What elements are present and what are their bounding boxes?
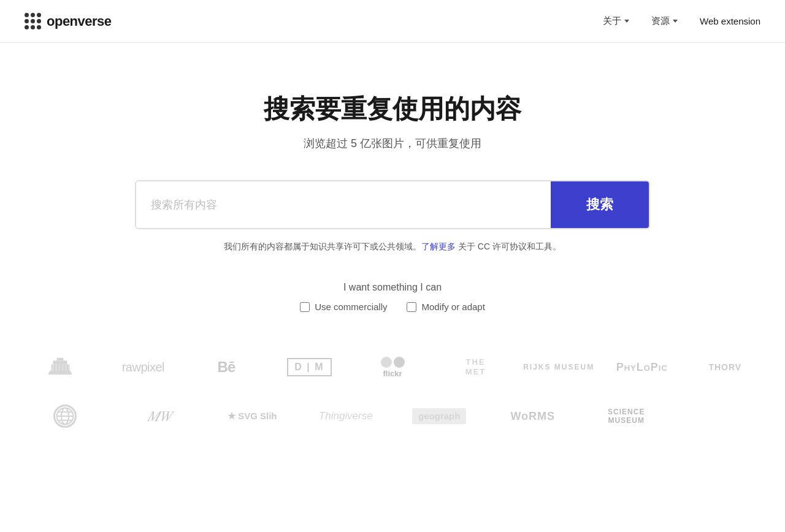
logo-partial-right bbox=[673, 398, 767, 435]
logo-met-building bbox=[18, 349, 102, 386]
search-bar: 搜索 bbox=[135, 180, 650, 229]
svg-rect-8 bbox=[62, 365, 63, 371]
filter-modify-checkbox[interactable] bbox=[407, 302, 416, 312]
svg-rect-3 bbox=[56, 358, 63, 361]
flickr-text: flickr bbox=[383, 369, 402, 378]
mw-text: 𝑀𝑊 bbox=[147, 408, 170, 425]
web-extension-link[interactable]: Web extension bbox=[700, 16, 760, 26]
met-building-icon bbox=[48, 355, 72, 379]
logo-thingiverse: Thingiverse bbox=[299, 398, 393, 435]
logo-geograph: geograph bbox=[392, 398, 486, 435]
svg-slih-text: ★ SVG Slih bbox=[228, 411, 277, 422]
phylopic-text: PhyLoPic bbox=[616, 361, 668, 374]
filter-section: I want something I can Use commercially … bbox=[300, 282, 485, 312]
nav-about[interactable]: 关于 bbox=[603, 15, 629, 27]
globe-icon bbox=[53, 405, 77, 428]
chevron-down-icon bbox=[673, 20, 678, 23]
logo-mw: 𝑀𝑊 bbox=[112, 398, 206, 435]
geograph-wrapper: geograph bbox=[412, 408, 466, 424]
search-button[interactable]: 搜索 bbox=[551, 181, 649, 228]
logo-the-met: THEMET bbox=[434, 349, 518, 386]
svg-rect-2 bbox=[53, 360, 67, 364]
dm-text: D | M bbox=[287, 358, 331, 376]
svg-rect-7 bbox=[59, 365, 60, 371]
license-note: 我们所有的内容都属于知识共享许可下或公共领域。了解更多 关于 CC 许可协议和工… bbox=[224, 241, 561, 253]
svg-rect-6 bbox=[55, 365, 56, 371]
search-input[interactable] bbox=[136, 181, 551, 228]
site-header: openverse 关于 资源 Web extension bbox=[0, 0, 785, 43]
thingiverse-text: Thingiverse bbox=[319, 410, 373, 422]
license-text-after: 关于 CC 许可协议和工具。 bbox=[456, 241, 561, 251]
logo-globe-site bbox=[18, 398, 112, 435]
science-museum-text: SCIENCEMUSEUM bbox=[608, 408, 645, 425]
svg-rect-0 bbox=[49, 371, 71, 373]
logo-worms: WoRMS bbox=[486, 398, 580, 435]
logo-rawpixel: rawpixel bbox=[102, 349, 185, 386]
logo-science-museum: SCIENCEMUSEUM bbox=[580, 398, 673, 435]
filter-checkboxes: Use commercially Modify or adapt bbox=[300, 302, 485, 312]
worms-text: WoRMS bbox=[510, 410, 555, 423]
filter-commercial[interactable]: Use commercially bbox=[300, 302, 387, 312]
thorv-text: THORV bbox=[708, 362, 741, 372]
nav-resources-label: 资源 bbox=[651, 15, 670, 27]
chevron-down-icon bbox=[624, 20, 629, 23]
filter-modify-label: Modify or adapt bbox=[421, 302, 484, 312]
license-learn-more-link[interactable]: 了解更多 bbox=[421, 241, 456, 251]
nav-resources[interactable]: 资源 bbox=[651, 15, 678, 27]
rijks-text: RIJKS MUSEUM bbox=[523, 363, 594, 371]
filter-label: I want something I can bbox=[343, 282, 442, 293]
license-text-before: 我们所有的内容都属于知识共享许可下或公共领域。 bbox=[224, 241, 421, 251]
main-content: 搜索要重复使用的内容 浏览超过 5 亿张图片，可供重复使用 搜索 我们所有的内容… bbox=[0, 43, 785, 447]
svg-rect-9 bbox=[65, 365, 66, 371]
flickr-dot-left bbox=[381, 357, 392, 368]
svg-rect-4 bbox=[48, 373, 72, 374]
logos-row-1: rawpixel Bē D | M flickr THEMET RIJKS MU… bbox=[0, 349, 785, 386]
logo-icon bbox=[25, 13, 40, 29]
nav-about-label: 关于 bbox=[603, 15, 621, 27]
logo[interactable]: openverse bbox=[25, 13, 112, 29]
behance-text: Bē bbox=[218, 359, 236, 376]
filter-commercial-checkbox[interactable] bbox=[300, 302, 310, 312]
main-nav: 关于 资源 Web extension bbox=[603, 15, 760, 27]
logo-behance: Bē bbox=[185, 349, 268, 386]
hero-subtitle: 浏览超过 5 亿张图片，可供重复使用 bbox=[304, 136, 481, 151]
geograph-text: geograph bbox=[418, 411, 460, 421]
logo-dm: D | M bbox=[268, 349, 351, 386]
svg-rect-10 bbox=[68, 365, 69, 371]
rawpixel-text: rawpixel bbox=[122, 360, 164, 374]
logo-rijks-museum: RIJKS MUSEUM bbox=[517, 349, 600, 386]
hero-title: 搜索要重复使用的内容 bbox=[264, 92, 521, 126]
logo-thorvaldsen: THORV bbox=[684, 349, 767, 386]
logo-phylopic: PhyLoPic bbox=[600, 349, 684, 386]
logo-flickr: flickr bbox=[351, 349, 434, 386]
logo-text: openverse bbox=[47, 13, 112, 29]
filter-commercial-label: Use commercially bbox=[315, 302, 387, 312]
the-met-text: THEMET bbox=[465, 357, 486, 376]
logo-svg-slih: ★ SVG Slih bbox=[205, 398, 299, 435]
logos-row-2: 𝑀𝑊 ★ SVG Slih Thingiverse geograph WoRMS… bbox=[0, 398, 785, 435]
flickr-logo: flickr bbox=[381, 357, 405, 378]
svg-rect-5 bbox=[52, 365, 53, 371]
filter-modify[interactable]: Modify or adapt bbox=[407, 302, 484, 312]
flickr-dot-right bbox=[394, 357, 405, 368]
flickr-dots bbox=[381, 357, 405, 368]
